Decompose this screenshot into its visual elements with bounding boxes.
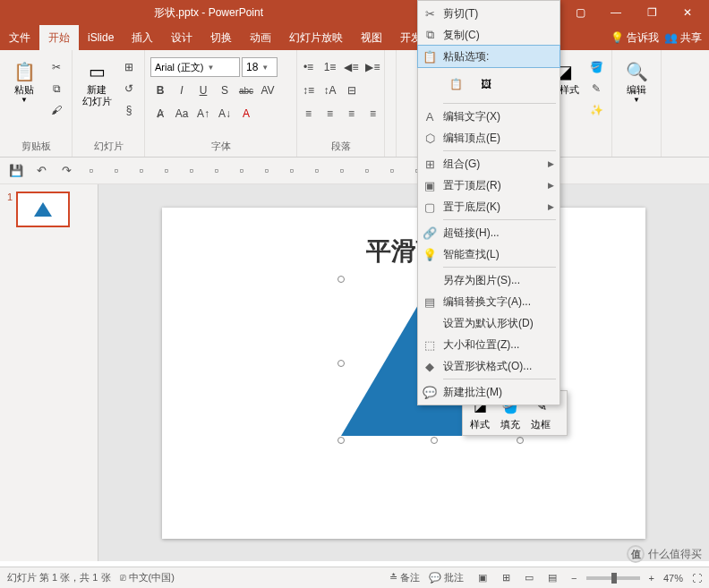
qat-btn-6[interactable]: ▫ [132,162,150,180]
qat-save-button[interactable]: 💾 [7,162,25,180]
qat-btn-13[interactable]: ▫ [308,162,326,180]
shadow-button[interactable]: S [215,81,235,100]
resize-handle-tl[interactable] [337,276,345,283]
ribbon-display-options[interactable]: ▢ [562,0,598,25]
tab-view[interactable]: 视图 [352,25,391,50]
paste-picture-button[interactable]: 🖼 [474,71,499,98]
ctx-edit-text[interactable]: A编辑文字(X) [418,106,560,127]
qat-btn-10[interactable]: ▫ [233,162,251,180]
tell-me[interactable]: 💡告诉我 [611,30,659,46]
tab-islide[interactable]: iSlide [79,25,123,50]
tab-transitions[interactable]: 切换 [201,25,241,50]
bold-button[interactable]: B [150,81,170,100]
slide-canvas-area[interactable]: 平滑顶 [98,184,709,561]
char-spacing-button[interactable]: AV [258,81,278,100]
zoom-slider[interactable] [586,576,640,580]
section-button[interactable]: § [119,100,139,120]
tab-design[interactable]: 设计 [162,25,201,50]
grow-font-button[interactable]: A↑ [193,104,213,124]
editing-button[interactable]: 🔍 编辑 ▼ [618,57,655,106]
align-right-button[interactable]: ≡ [342,104,362,124]
align-left-button[interactable]: ≡ [299,104,319,124]
shrink-font-button[interactable]: A↓ [215,104,235,124]
view-reading-button[interactable]: ▭ [519,570,539,586]
qat-undo-button[interactable]: ↶ [32,162,50,180]
clear-format-button[interactable]: A̷ [150,104,170,124]
zoom-in-button[interactable]: + [649,573,654,584]
align-text-button[interactable]: ⊟ [342,81,362,100]
change-case-button[interactable]: Aa [172,104,192,124]
slide-thumbnail-1[interactable] [16,192,70,227]
ctx-set-default[interactable]: 设置为默认形状(D) [418,312,560,334]
qat-btn-9[interactable]: ▫ [208,162,226,180]
view-sorter-button[interactable]: ⊞ [496,570,516,586]
tab-home[interactable]: 开始 [39,25,79,50]
fit-to-window-button[interactable]: ⛶ [692,573,702,584]
ctx-copy[interactable]: ⧉复制(C) [418,24,560,46]
resize-handle-br[interactable] [517,437,524,444]
copy-button[interactable]: ⧉ [47,79,66,98]
view-slideshow-button[interactable]: ▤ [542,570,562,586]
ctx-paste-options[interactable]: 📋粘贴选项: [418,46,560,67]
zoom-level[interactable]: 47% [663,573,683,584]
qat-btn-7[interactable]: ▫ [158,162,175,180]
status-comments-button[interactable]: 💬 批注 [429,571,464,584]
format-painter-button[interactable]: 🖌 [47,100,66,120]
ctx-group[interactable]: ⊞组合(G)▶ [418,153,560,175]
font-color-button[interactable]: A [236,104,256,124]
tab-animations[interactable]: 动画 [241,25,280,50]
status-language[interactable]: ⎚ 中文(中国) [120,571,175,584]
justify-button[interactable]: ≡ [363,104,383,124]
cut-button[interactable]: ✂ [47,57,66,77]
tab-slideshow[interactable]: 幻灯片放映 [280,25,352,50]
qat-btn-14[interactable]: ▫ [333,162,351,180]
tab-insert[interactable]: 插入 [123,25,162,50]
reset-button[interactable]: ↺ [119,79,139,98]
qat-btn-8[interactable]: ▫ [183,162,201,180]
qat-btn-16[interactable]: ▫ [383,162,401,180]
shape-outline-button[interactable]: ✎ [586,79,606,98]
resize-handle-b[interactable] [431,437,438,444]
ctx-cut[interactable]: ✂剪切(T) [418,3,560,24]
layout-button[interactable]: ⊞ [119,57,139,77]
tab-file[interactable]: 文件 [0,25,39,50]
ctx-new-comment[interactable]: 💬新建批注(M) [418,381,560,403]
ctx-smart-lookup[interactable]: 💡智能查找(L) [418,243,560,265]
ctx-send-back[interactable]: ▢置于底层(K)▶ [418,196,560,217]
italic-button[interactable]: I [172,81,192,100]
ctx-save-as-picture[interactable]: 另存为图片(S)... [418,269,560,291]
ctx-hyperlink[interactable]: 🔗超链接(H)... [418,222,560,243]
bullets-button[interactable]: •≡ [299,57,319,77]
status-notes-button[interactable]: ≛ 备注 [389,571,420,584]
line-spacing-button[interactable]: ↕≡ [299,81,319,100]
paste-dest-theme-button[interactable]: 📋 [443,71,468,98]
share-button[interactable]: 👥共享 [664,30,702,46]
qat-btn-5[interactable]: ▫ [107,162,125,180]
font-name-combo[interactable]: Arial (正文)▼ [150,57,240,77]
restore-button[interactable]: ❐ [634,0,670,25]
qat-redo-button[interactable]: ↷ [57,162,75,180]
new-slide-button[interactable]: ▭ 新建 幻灯片 [78,57,115,109]
underline-button[interactable]: U [193,81,213,100]
ctx-edit-alt-text[interactable]: ▤编辑替换文字(A)... [418,291,560,312]
zoom-thumb[interactable] [611,573,617,584]
shape-fill-button[interactable]: 🪣 [586,57,606,77]
align-center-button[interactable]: ≡ [320,104,340,124]
ctx-edit-points[interactable]: ⬡编辑顶点(E) [418,127,560,149]
qat-btn-11[interactable]: ▫ [258,162,276,180]
font-size-combo[interactable]: 18▼ [242,57,278,77]
ctx-bring-front[interactable]: ▣置于顶层(R)▶ [418,175,560,196]
qat-btn-12[interactable]: ▫ [283,162,301,180]
paste-button[interactable]: 📋 粘贴 ▼ [5,57,43,106]
ctx-size-position[interactable]: ⬚大小和位置(Z)... [418,334,560,355]
zoom-out-button[interactable]: − [571,573,577,584]
minimize-button[interactable]: — [598,0,634,25]
indent-decrease-button[interactable]: ◀≡ [342,57,362,77]
slide[interactable]: 平滑顶 [162,208,645,539]
ctx-format-shape[interactable]: ◆设置形状格式(O)... [418,355,560,377]
strike-button[interactable]: abc [236,81,256,100]
indent-increase-button[interactable]: ▶≡ [363,57,383,77]
resize-handle-bl[interactable] [337,437,345,444]
shape-effects-button[interactable]: ✨ [586,100,606,120]
qat-btn-4[interactable]: ▫ [82,162,100,180]
